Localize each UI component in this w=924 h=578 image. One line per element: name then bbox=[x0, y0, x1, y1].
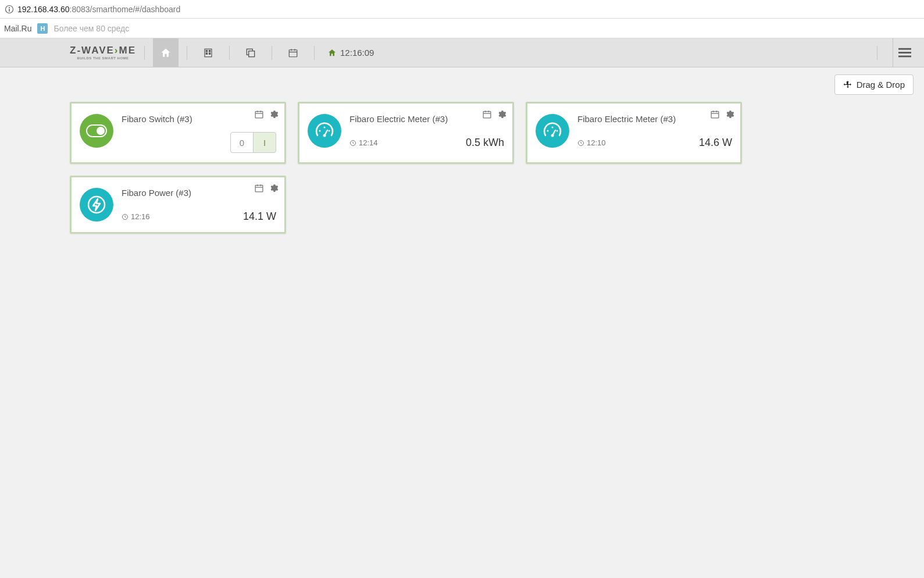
widget-timestamp: 12:16 bbox=[122, 212, 150, 221]
svg-rect-6 bbox=[206, 53, 207, 54]
gear-icon[interactable] bbox=[725, 109, 734, 119]
svg-rect-5 bbox=[209, 50, 211, 51]
svg-point-1 bbox=[9, 7, 10, 8]
calendar-icon[interactable] bbox=[482, 109, 492, 119]
clock-icon bbox=[577, 140, 584, 147]
widget-title: Fibaro Electric Meter (#3) bbox=[577, 114, 732, 124]
widget-title: Fibaro Electric Meter (#3) bbox=[349, 114, 504, 124]
dashboard-content: Drag & Drop Fibaro Switch (#3) bbox=[0, 67, 924, 242]
svg-rect-17 bbox=[255, 112, 263, 118]
nav-separator bbox=[314, 46, 315, 60]
nav-separator bbox=[229, 46, 230, 60]
widget-electric-meter[interactable]: Fibaro Electric Meter (#3) 12:14 0.5 kWh bbox=[298, 102, 514, 164]
info-icon[interactable] bbox=[5, 5, 14, 14]
logo-text-b: ME bbox=[119, 45, 137, 56]
svg-rect-2 bbox=[9, 9, 10, 12]
switch-on-button[interactable]: I bbox=[253, 132, 276, 153]
switch-toggle-group: 0 I bbox=[122, 132, 276, 153]
svg-point-37 bbox=[547, 130, 549, 132]
bookmark-truncated[interactable]: Более чем 80 средс bbox=[53, 24, 129, 33]
bookmark-h-icon[interactable]: H bbox=[37, 23, 48, 34]
svg-rect-33 bbox=[711, 112, 719, 118]
nav-elements-button[interactable] bbox=[238, 38, 263, 67]
gear-icon[interactable] bbox=[497, 109, 506, 119]
widget-title: Fibaro Switch (#3) bbox=[122, 114, 276, 124]
clock-icon bbox=[349, 140, 356, 147]
nav-rooms-button[interactable] bbox=[195, 38, 221, 67]
svg-point-41 bbox=[551, 134, 554, 137]
svg-rect-43 bbox=[255, 185, 263, 192]
switch-off-button[interactable]: 0 bbox=[230, 132, 254, 153]
move-icon bbox=[843, 80, 852, 90]
widget-power[interactable]: Fibaro Power (#3) 12:16 14.1 W bbox=[70, 176, 286, 234]
svg-point-38 bbox=[552, 127, 554, 129]
nav-separator bbox=[272, 46, 272, 60]
drag-drop-button[interactable]: Drag & Drop bbox=[834, 74, 914, 95]
svg-rect-15 bbox=[898, 52, 911, 53]
calendar-icon[interactable] bbox=[254, 109, 264, 119]
nav-separator bbox=[144, 46, 145, 60]
widget-time-text: 12:10 bbox=[587, 138, 606, 147]
nav-events-button[interactable] bbox=[280, 38, 306, 67]
gauge-icon bbox=[308, 114, 341, 148]
widget-value: 14.1 W bbox=[243, 210, 276, 223]
widget-switch[interactable]: Fibaro Switch (#3) 0 I bbox=[70, 102, 286, 164]
svg-rect-14 bbox=[898, 48, 911, 50]
nav-home-button[interactable] bbox=[153, 38, 179, 67]
switch-on-icon bbox=[80, 114, 113, 148]
logo-chevron-icon: › bbox=[115, 45, 119, 56]
power-icon bbox=[80, 188, 113, 222]
bookmark-mailru[interactable]: Mail.Ru bbox=[4, 24, 31, 33]
calendar-icon[interactable] bbox=[710, 109, 720, 119]
widget-electric-meter[interactable]: Fibaro Electric Meter (#3) 12:10 14.6 W bbox=[526, 102, 742, 164]
drag-drop-label: Drag & Drop bbox=[857, 80, 905, 90]
svg-rect-9 bbox=[249, 51, 255, 56]
widget-title: Fibaro Power (#3) bbox=[122, 188, 276, 198]
nav-separator bbox=[877, 46, 877, 60]
svg-rect-7 bbox=[209, 53, 211, 54]
svg-rect-10 bbox=[289, 49, 297, 56]
nav-separator bbox=[187, 46, 187, 60]
logo-subtitle: BUILDS THE SMART HOME bbox=[70, 56, 136, 60]
browser-bookmarks-bar: Mail.Ru H Более чем 80 средс bbox=[0, 19, 924, 38]
gear-icon[interactable] bbox=[269, 109, 279, 119]
widget-time-text: 12:16 bbox=[131, 212, 150, 221]
url-text[interactable]: 192.168.43.60:8083/smarthome/#/dashboard bbox=[17, 5, 180, 14]
svg-point-39 bbox=[556, 130, 558, 132]
svg-rect-16 bbox=[898, 56, 911, 58]
calendar-icon[interactable] bbox=[254, 183, 264, 193]
svg-point-22 bbox=[97, 127, 105, 135]
svg-point-28 bbox=[324, 127, 326, 129]
nav-clock: 12:16:09 bbox=[327, 48, 374, 58]
widget-time-text: 12:14 bbox=[359, 138, 378, 147]
browser-address-bar: 192.168.43.60:8083/smarthome/#/dashboard bbox=[0, 0, 924, 19]
widget-timestamp: 12:10 bbox=[577, 138, 606, 147]
clock-text: 12:16:09 bbox=[340, 48, 374, 58]
gauge-icon bbox=[536, 114, 569, 148]
svg-point-31 bbox=[323, 134, 326, 137]
gear-icon[interactable] bbox=[269, 183, 279, 193]
widget-value: 0.5 kWh bbox=[466, 137, 504, 149]
svg-point-47 bbox=[88, 197, 105, 213]
widget-value: 14.6 W bbox=[699, 137, 732, 149]
logo-text-a: Z-WAVE bbox=[70, 45, 115, 56]
clock-icon bbox=[122, 213, 129, 220]
svg-point-29 bbox=[329, 130, 330, 132]
svg-rect-23 bbox=[483, 112, 491, 118]
home-icon bbox=[327, 48, 337, 58]
app-navbar: Z-WAVE›ME BUILDS THE SMART HOME 12:16:09 bbox=[0, 38, 924, 67]
menu-button[interactable] bbox=[893, 38, 916, 67]
svg-point-27 bbox=[319, 130, 321, 132]
logo[interactable]: Z-WAVE›ME BUILDS THE SMART HOME bbox=[70, 45, 136, 60]
svg-rect-4 bbox=[206, 50, 207, 51]
widget-timestamp: 12:14 bbox=[349, 138, 378, 147]
cards-grid: Fibaro Switch (#3) 0 I bbox=[70, 102, 916, 234]
